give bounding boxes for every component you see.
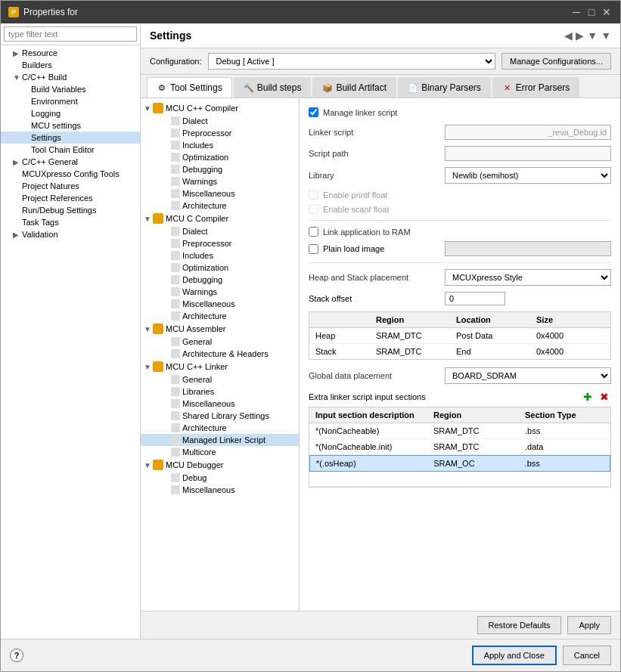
sidebar-item-validation[interactable]: ▶ Validation [1,228,140,240]
cancel-button[interactable]: Cancel [563,646,611,665]
node-c-debugging[interactable]: Debugging [141,274,299,286]
node-d-debug[interactable]: Debug [141,472,299,484]
node-mcu-assembler[interactable]: ▼ MCU Assembler [141,322,299,336]
nav-forward-button[interactable]: ▶ [576,29,584,42]
link-to-ram-checkbox[interactable] [309,227,318,237]
node-l-misc[interactable]: Miscellaneous [141,398,299,410]
manage-linker-script-checkbox[interactable] [309,107,318,117]
help-button[interactable]: ? [10,649,23,662]
tab-binary-parsers[interactable]: 📄 Binary Parsers [398,77,491,98]
node-c-optimization[interactable]: Optimization [141,262,299,274]
manage-configurations-button[interactable]: Manage Configurations... [501,53,611,70]
restore-defaults-button[interactable]: Restore Defaults [477,616,562,634]
node-debugging[interactable]: Debugging [141,163,299,175]
sidebar-item-build-variables[interactable]: Build Variables [1,83,140,95]
apply-button[interactable]: Apply [567,616,611,634]
tab-error-parsers[interactable]: ✕ Error Parsers [492,77,579,98]
scanf-float-row: Enable scanf float [309,204,611,214]
node-mcu-debugger[interactable]: ▼ MCU Debugger [141,458,299,472]
library-select[interactable]: Newlib (semihost) Newlib (nosys) Newlib-… [445,167,611,184]
sidebar-item-tool-chain-editor[interactable]: Tool Chain Editor [1,144,140,156]
sidebar-item-cpp-build[interactable]: ▼ C/C++ Build [1,71,140,83]
config-select[interactable]: Debug [ Active ] [208,53,496,70]
node-mcu-cpp-linker[interactable]: ▼ MCU C++ Linker [141,360,299,373]
nav-menu-button[interactable]: ▼ [587,29,598,42]
node-dialect[interactable]: Dialect [141,115,299,127]
restore-apply-bar: Restore Defaults Apply [141,611,620,639]
node-d-misc[interactable]: Miscellaneous [141,484,299,496]
node-l-architecture[interactable]: Architecture [141,422,299,434]
linker-script-input[interactable] [445,125,611,140]
node-l-libraries[interactable]: Libraries [141,386,299,398]
node-optimization[interactable]: Optimization [141,151,299,163]
error-parsers-icon: ✕ [502,82,513,93]
maximize-button[interactable]: □ [585,6,598,18]
tab-tool-settings[interactable]: ⚙ Tool Settings [147,77,232,98]
input-section-table: Input section description Region Section… [309,407,611,488]
node-c-dialect[interactable]: Dialect [141,225,299,237]
node-warnings[interactable]: Warnings [141,175,299,187]
sidebar-item-task-tags[interactable]: Task Tags [1,216,140,228]
heap-region: SRAM_DTC [370,328,450,343]
close-button[interactable]: ✕ [601,6,613,18]
arrow-icon: ▶ [13,49,22,57]
node-l-multicore[interactable]: Multicore [141,446,299,458]
node-label: Optimization [182,153,228,162]
sidebar-item-settings[interactable]: Settings [1,132,140,144]
sidebar-item-run-debug[interactable]: Run/Debug Settings [1,204,140,216]
node-c-preprocessor[interactable]: Preprocessor [141,237,299,249]
tab-build-artifact[interactable]: 📦 Build Artifact [312,77,396,98]
stack-offset-input[interactable] [445,292,505,305]
plain-load-input[interactable] [445,241,611,256]
sidebar-item-project-natures[interactable]: Project Natures [1,180,140,192]
node-a-general[interactable]: General [141,336,299,348]
minimize-button[interactable]: ─ [570,6,582,18]
node-l-shared[interactable]: Shared Library Settings [141,410,299,422]
sidebar-item-mcu-settings[interactable]: MCU settings [1,119,140,132]
input-section-row-selected[interactable]: *(.osHeap) SRAM_OC .bss [309,455,610,472]
plain-load-checkbox[interactable] [309,244,318,254]
sidebar-item-cpp-general[interactable]: ▶ C/C++ General [1,156,140,168]
add-input-section-button[interactable]: ✚ [581,390,595,404]
sidebar-item-mcuxpresso-config[interactable]: MCUXpresso Config Tools [1,168,140,180]
stack-location: End [450,344,530,359]
sidebar-item-resource[interactable]: ▶ Resource [1,47,140,59]
node-includes[interactable]: Includes [141,139,299,151]
sidebar-item-builders[interactable]: Builders [1,59,140,71]
linker-script-label: Linker script [309,128,445,137]
heap-stack-select[interactable]: MCUXpresso Style Manual [445,269,611,286]
node-arch-headers[interactable]: Architecture & Headers [141,348,299,360]
node-mcu-c-compiler[interactable]: ▼ MCU C Compiler [141,212,299,225]
link-to-ram-row: Link application to RAM [309,227,611,237]
enable-scanf-float-checkbox[interactable] [309,204,318,214]
sidebar-item-project-references[interactable]: Project References [1,192,140,204]
tab-build-steps[interactable]: 🔨 Build steps [234,77,312,98]
nav-back-button[interactable]: ◀ [564,29,573,42]
node-label: Preprocessor [182,129,231,138]
node-c-architecture[interactable]: Architecture [141,310,299,322]
global-data-row: Global data placement BOARD_SDRAM SRAM_D… [309,367,611,384]
sidebar-item-logging[interactable]: Logging [1,107,140,119]
node-l-general[interactable]: General [141,373,299,386]
enable-printf-float-checkbox[interactable] [309,190,318,200]
global-data-select[interactable]: BOARD_SDRAM SRAM_DTC SRAM_OC [445,367,611,384]
node-c-includes[interactable]: Includes [141,249,299,262]
global-data-label: Global data placement [309,371,445,380]
input-section-row: *(NonCacheable.init) SRAM_DTC .data [309,439,610,455]
sidebar-item-environment[interactable]: Environment [1,95,140,107]
script-path-input[interactable] [445,146,611,161]
apply-close-button[interactable]: Apply and Close [472,646,557,665]
node-c-misc[interactable]: Miscellaneous [141,298,299,310]
sidebar-item-label: C/C++ General [22,157,78,166]
filter-input[interactable] [4,26,137,42]
node-label: Managed Linker Script [182,435,265,444]
remove-input-section-button[interactable]: ✖ [598,390,611,404]
node-preprocessor[interactable]: Preprocessor [141,127,299,139]
node-l-managed-linker[interactable]: Managed Linker Script [141,434,299,446]
node-miscellaneous[interactable]: Miscellaneous [141,187,299,200]
node-mcu-cpp-compiler[interactable]: ▼ MCU C++ Compiler [141,101,299,115]
node-architecture[interactable]: Architecture [141,200,299,212]
node-icon [153,213,163,224]
nav-menu2-button[interactable]: ▼ [601,29,611,42]
node-c-warnings[interactable]: Warnings [141,286,299,298]
